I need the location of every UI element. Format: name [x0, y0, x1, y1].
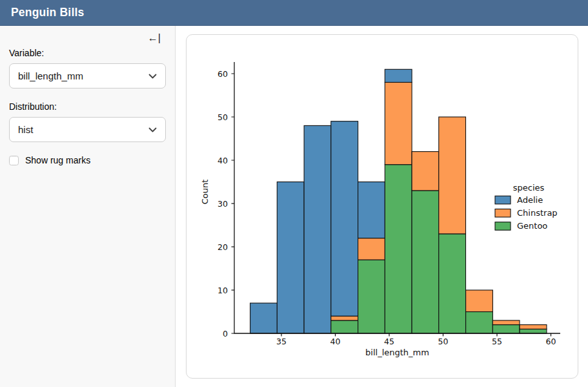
- app-body: ←| Variable: bill_length_mm Distribution…: [0, 26, 588, 387]
- svg-text:Count: Count: [200, 180, 210, 205]
- svg-text:Chinstrap: Chinstrap: [517, 208, 558, 218]
- svg-text:bill_length_mm: bill_length_mm: [365, 348, 429, 357]
- rug-checkbox-row[interactable]: Show rug marks: [9, 155, 166, 165]
- svg-text:Adelie: Adelie: [517, 195, 543, 205]
- rug-checkbox-label: Show rug marks: [25, 155, 90, 165]
- chevron-down-icon: [148, 74, 157, 79]
- svg-text:0: 0: [223, 329, 228, 339]
- svg-text:Gentoo: Gentoo: [517, 221, 547, 231]
- variable-select[interactable]: bill_length_mm: [9, 63, 166, 89]
- distribution-select[interactable]: hist: [9, 117, 166, 142]
- svg-text:30: 30: [218, 199, 228, 209]
- sidebar-collapse-button[interactable]: ←|: [148, 33, 161, 43]
- svg-text:40: 40: [330, 337, 341, 346]
- svg-text:60: 60: [218, 69, 228, 79]
- svg-text:50: 50: [438, 337, 449, 346]
- distribution-label: Distribution:: [9, 101, 166, 112]
- svg-text:55: 55: [492, 337, 502, 346]
- plot-card: 3540455055600102030405060bill_length_mmC…: [186, 34, 578, 379]
- svg-text:35: 35: [276, 337, 287, 346]
- svg-text:60: 60: [546, 337, 556, 346]
- main-panel: 3540455055600102030405060bill_length_mmC…: [176, 26, 588, 387]
- svg-text:10: 10: [218, 286, 228, 295]
- svg-text:20: 20: [218, 242, 228, 252]
- rug-checkbox[interactable]: [9, 156, 19, 165]
- variable-label: Variable:: [9, 48, 166, 58]
- svg-text:40: 40: [218, 156, 228, 165]
- variable-select-value: bill_length_mm: [18, 70, 83, 81]
- chevron-down-icon: [148, 127, 157, 132]
- histogram-plot: 3540455055600102030405060bill_length_mmC…: [187, 35, 578, 378]
- app-title: Penguin Bills: [11, 6, 84, 19]
- sidebar: ←| Variable: bill_length_mm Distribution…: [0, 26, 176, 387]
- app-header: Penguin Bills: [0, 0, 588, 26]
- svg-text:50: 50: [218, 112, 228, 122]
- svg-text:45: 45: [384, 337, 394, 346]
- svg-text:species: species: [513, 183, 545, 193]
- distribution-select-value: hist: [18, 124, 33, 135]
